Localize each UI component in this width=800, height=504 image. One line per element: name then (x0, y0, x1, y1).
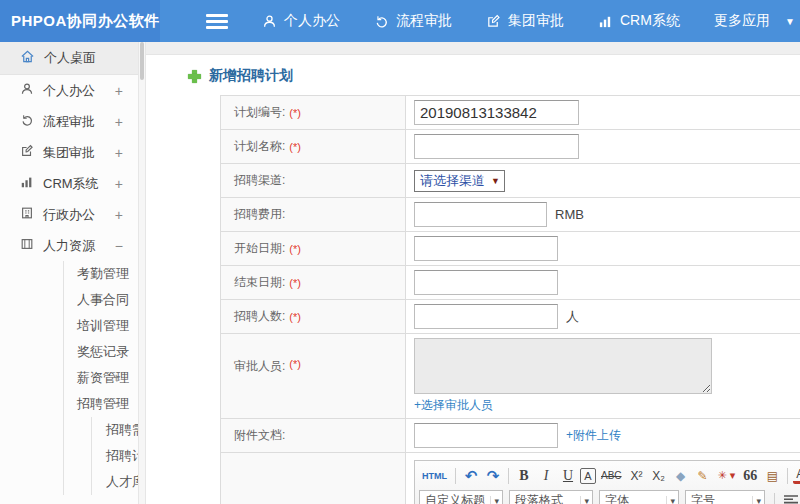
top-menu-workflow-approval[interactable]: 流程审批 (374, 12, 452, 30)
custom-title-select[interactable]: 自定义标题 ▾ (419, 490, 503, 504)
bar-chart-icon (20, 175, 34, 192)
expand-icon[interactable]: + (115, 176, 123, 192)
auto-typeset-icon[interactable]: ✳ ▾ (715, 466, 739, 486)
approvers-textarea[interactable] (414, 338, 712, 394)
required-marker: (*) (289, 243, 301, 255)
workflow-icon (20, 113, 34, 130)
sidebar-item-hr[interactable]: 人力资源 − (0, 230, 138, 261)
required-marker: (*) (289, 358, 301, 370)
select-approvers-link[interactable]: +选择审批人员 (414, 397, 493, 414)
align-left-icon[interactable] (780, 491, 800, 504)
field-label: 招聘费用: (234, 206, 285, 223)
undo-icon[interactable]: ↶ (461, 466, 481, 486)
sidebar-item-hr-contract[interactable]: 人事合同 (64, 287, 138, 313)
expand-icon[interactable]: + (115, 207, 123, 223)
headcount-input[interactable] (414, 304, 558, 329)
sidebar: 个人桌面 个人办公 + 流程审批 + 集团审批 + CRM系统 + 行政办公 + (0, 42, 138, 504)
sidebar-item-attendance[interactable]: 考勤管理 (64, 261, 138, 287)
workflow-icon (374, 14, 389, 29)
form-row-fee: 招聘费用: RMB (221, 198, 800, 232)
sidebar-item-crm[interactable]: CRM系统 + (0, 168, 138, 199)
form-row-editor: HTML ↶ ↷ B I U A ABC X² (221, 453, 800, 504)
sidebar-item-recruit-demand[interactable]: 招聘需求 (92, 417, 138, 443)
attachment-upload-link[interactable]: +附件上传 (566, 427, 621, 444)
edit-icon (20, 144, 34, 161)
blockquote-button[interactable]: 66 (740, 466, 760, 486)
start-date-input[interactable] (414, 236, 558, 261)
font-size-select[interactable]: 字号 ▾ (685, 490, 765, 504)
home-icon (20, 49, 35, 67)
toolbar-separator (787, 468, 788, 484)
expand-icon[interactable]: + (112, 365, 120, 391)
expand-icon[interactable]: + (115, 114, 123, 130)
paragraph-format-select[interactable]: 段落格式 ▾ (509, 490, 593, 504)
plan-code-input[interactable] (414, 100, 579, 125)
fee-unit: RMB (555, 207, 584, 222)
fee-input[interactable] (414, 202, 547, 227)
subscript-button[interactable]: X₂ (649, 466, 669, 486)
bold-button[interactable]: B (514, 466, 534, 486)
sidebar-item-rewards[interactable]: 奖惩记录 (64, 339, 138, 365)
sidebar-item-talent-pool[interactable]: 人才库 (92, 469, 138, 495)
strikethrough-button[interactable]: ABC (598, 466, 625, 486)
edit-icon (486, 14, 501, 29)
superscript-button[interactable]: X² (627, 466, 647, 486)
font-color-button[interactable]: A ▾ (793, 467, 800, 484)
end-date-input[interactable] (414, 270, 558, 295)
eraser-icon[interactable]: ◆ (671, 466, 691, 486)
scrollbar-thumb[interactable] (140, 42, 144, 80)
field-label: 招聘渠道: (234, 172, 285, 189)
sidebar-item-personal-desktop[interactable]: 个人桌面 (0, 42, 138, 75)
top-menu-more-apps[interactable]: 更多应用 ▼ (714, 12, 795, 30)
hamburger-menu-icon[interactable] (206, 14, 228, 29)
top-menu-crm[interactable]: CRM系统 (598, 12, 680, 30)
attachment-input[interactable] (414, 423, 558, 448)
channel-select[interactable]: 请选择渠道 ▼ (414, 170, 505, 192)
sidebar-item-personal-office[interactable]: 个人办公 + (0, 75, 138, 106)
field-label: 结束日期: (234, 274, 285, 291)
expand-icon[interactable]: + (115, 83, 123, 99)
top-menu-group-approval[interactable]: 集团审批 (486, 12, 564, 30)
paste-text-icon[interactable]: ▤ (762, 466, 782, 486)
form-row-attachment: 附件文档: +附件上传 (221, 419, 800, 453)
toolbar-separator (508, 468, 509, 484)
sidebar-item-admin-office[interactable]: 行政办公 + (0, 199, 138, 230)
app-logo: PHPOA协同办公软件 (0, 0, 160, 42)
caret-down-icon: ▼ (785, 16, 795, 27)
html-source-button[interactable]: HTML (419, 466, 450, 486)
redo-icon[interactable]: ↷ (483, 466, 503, 486)
underline-button[interactable]: U (558, 466, 578, 486)
sidebar-item-salary[interactable]: 薪资管理 + (64, 365, 138, 391)
sidebar-item-workflow-approval[interactable]: 流程审批 + (0, 106, 138, 137)
top-menu-personal-office[interactable]: 个人办公 (262, 12, 340, 30)
field-label: 附件文档: (234, 427, 285, 444)
form-row-plan-name: 计划名称: (*) (221, 130, 800, 164)
form-row-channel: 招聘渠道: 请选择渠道 ▼ (221, 164, 800, 198)
plan-name-input[interactable] (414, 134, 579, 159)
format-brush-icon[interactable]: ✎ (693, 466, 713, 486)
field-label: 招聘人数: (234, 308, 285, 325)
required-marker: (*) (289, 311, 301, 323)
caret-down-icon: ▾ (752, 496, 761, 504)
form-row-headcount: 招聘人数: (*) 人 (221, 300, 800, 334)
expand-icon[interactable]: + (115, 145, 123, 161)
sidebar-item-training[interactable]: 培训管理 (64, 313, 138, 339)
italic-button[interactable]: I (536, 466, 556, 486)
sidebar-item-group-approval[interactable]: 集团审批 + (0, 137, 138, 168)
field-label: 计划编号: (234, 104, 285, 121)
sidebar-item-recruit-plan[interactable]: 招聘计划 (92, 443, 138, 469)
page-title: 新增招聘计划 (146, 55, 800, 95)
select-arrow-icon: ▼ (491, 176, 500, 186)
collapse-icon[interactable]: − (115, 238, 123, 254)
border-text-button[interactable]: A (580, 468, 596, 484)
form-row-plan-code: 计划编号: (*) (221, 96, 800, 130)
headcount-unit: 人 (566, 308, 579, 326)
main-content: 新增招聘计划 计划编号: (*) 计划名称: (*) (146, 42, 800, 504)
form-row-start-date: 开始日期: (*) (221, 232, 800, 266)
font-family-select[interactable]: 字体 ▾ (599, 490, 679, 504)
rich-text-editor: HTML ↶ ↷ B I U A ABC X² (414, 460, 800, 504)
required-marker: (*) (289, 277, 301, 289)
sidebar-item-recruitment[interactable]: 招聘管理 − (64, 391, 138, 417)
collapse-icon[interactable]: − (112, 391, 120, 417)
sidebar-scrollbar[interactable] (138, 42, 146, 504)
